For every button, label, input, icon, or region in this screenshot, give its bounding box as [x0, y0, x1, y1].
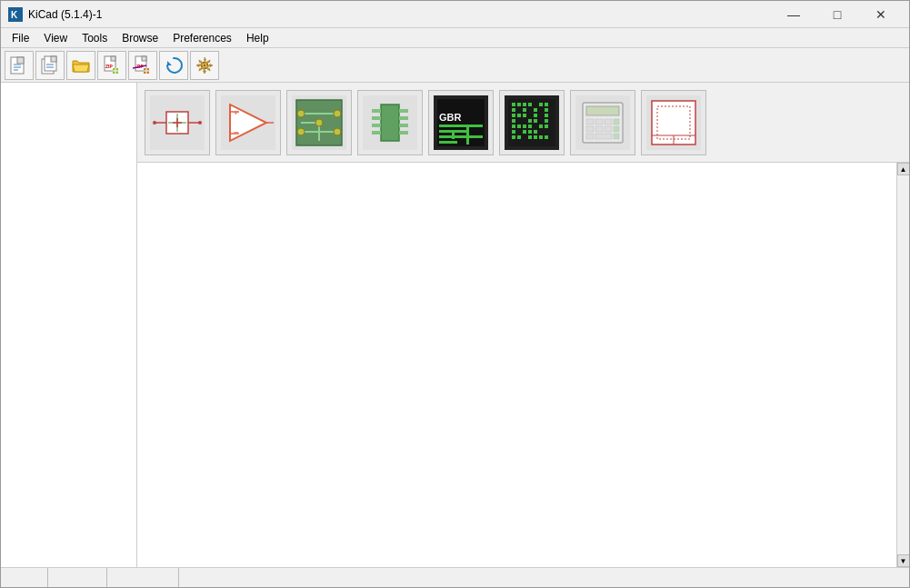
app-icons-bar: + −: [137, 83, 909, 163]
svg-rect-73: [466, 125, 469, 145]
svg-text:GBR: GBR: [439, 112, 462, 123]
svg-point-55: [334, 128, 341, 135]
svg-point-54: [297, 128, 305, 135]
zip-extract-button[interactable]: ZIP: [128, 51, 157, 80]
svg-rect-104: [528, 130, 532, 134]
svg-text:K: K: [11, 10, 18, 20]
app-icon: K: [8, 7, 23, 22]
menu-bar: FileViewToolsBrowsePreferencesHelp: [1, 28, 909, 48]
new-project-button[interactable]: [5, 51, 34, 80]
svg-rect-105: [534, 130, 537, 134]
svg-rect-116: [595, 119, 603, 125]
svg-rect-110: [539, 135, 543, 139]
footprint-editor-button[interactable]: [357, 90, 423, 155]
window-controls: — □ ✕: [773, 1, 902, 28]
menu-item-help[interactable]: Help: [239, 28, 276, 48]
svg-rect-72: [439, 141, 457, 144]
svg-rect-59: [372, 116, 381, 120]
symbol-editor-button[interactable]: + −: [215, 90, 281, 155]
content-area: ▲ ▼: [137, 163, 909, 567]
svg-rect-71: [439, 135, 483, 138]
close-button[interactable]: ✕: [860, 1, 902, 28]
svg-rect-18: [142, 56, 146, 61]
svg-rect-125: [614, 134, 619, 139]
zip-archive-button[interactable]: ZIP: [97, 51, 126, 80]
svg-rect-109: [534, 135, 537, 139]
menu-item-preferences[interactable]: Preferences: [165, 28, 239, 48]
svg-rect-101: [545, 125, 548, 128]
refresh-button[interactable]: [159, 51, 188, 80]
bitmap-converter-button[interactable]: [499, 90, 565, 155]
page-layout-editor-button[interactable]: [641, 90, 706, 155]
window-title: KiCad (5.1.4)-1: [28, 8, 773, 21]
svg-rect-96: [512, 125, 515, 128]
svg-rect-93: [528, 119, 532, 123]
svg-rect-58: [372, 109, 381, 113]
calculator-button[interactable]: [570, 90, 635, 155]
svg-rect-64: [399, 124, 408, 127]
svg-rect-121: [605, 126, 612, 132]
svg-rect-57: [381, 105, 399, 141]
project-tree: [1, 83, 137, 567]
open-project-button[interactable]: [66, 51, 95, 80]
svg-rect-123: [586, 134, 594, 139]
menu-item-file[interactable]: File: [5, 28, 36, 48]
svg-point-53: [315, 119, 323, 126]
svg-marker-23: [167, 61, 172, 65]
svg-rect-106: [512, 135, 515, 139]
svg-point-35: [198, 121, 202, 125]
svg-rect-102: [512, 130, 515, 134]
toolbar: ZIP ZIP: [1, 48, 909, 83]
svg-rect-107: [517, 135, 521, 139]
svg-rect-92: [512, 119, 515, 123]
status-section-1: [5, 568, 48, 587]
settings-button[interactable]: [190, 51, 219, 80]
minimize-button[interactable]: —: [773, 1, 815, 28]
scrollbar-right[interactable]: ▲ ▼: [896, 163, 909, 567]
menu-item-browse[interactable]: Browse: [115, 28, 165, 48]
svg-rect-122: [614, 126, 619, 132]
svg-rect-61: [372, 131, 381, 135]
svg-rect-99: [528, 125, 532, 128]
svg-rect-74: [452, 130, 455, 139]
svg-rect-103: [523, 130, 526, 134]
svg-rect-69: [439, 125, 483, 127]
schematic-editor-button[interactable]: [145, 90, 210, 155]
svg-rect-117: [605, 119, 612, 125]
new-from-template-button[interactable]: [35, 51, 65, 80]
svg-rect-119: [586, 126, 594, 132]
svg-rect-108: [528, 135, 532, 139]
svg-rect-13: [111, 56, 115, 61]
menu-item-view[interactable]: View: [36, 28, 75, 48]
svg-rect-120: [595, 126, 603, 132]
svg-rect-3: [17, 57, 24, 64]
scroll-down-arrow[interactable]: ▼: [897, 554, 910, 567]
svg-rect-67: [437, 99, 485, 146]
right-panel: + −: [137, 83, 909, 567]
svg-rect-91: [545, 114, 548, 117]
svg-rect-97: [517, 125, 521, 128]
svg-rect-124: [595, 134, 612, 139]
status-section-2: [48, 568, 108, 587]
svg-text:ZIP: ZIP: [105, 64, 113, 69]
svg-rect-81: [539, 103, 543, 106]
svg-rect-9: [51, 56, 56, 62]
svg-rect-77: [512, 103, 515, 106]
svg-rect-118: [614, 119, 619, 125]
svg-text:−: −: [234, 127, 239, 137]
svg-point-34: [153, 121, 156, 125]
maximize-button[interactable]: □: [816, 1, 858, 28]
scroll-up-arrow[interactable]: ▲: [897, 163, 910, 175]
svg-rect-111: [545, 135, 548, 139]
svg-rect-98: [523, 125, 526, 128]
menu-item-tools[interactable]: Tools: [75, 28, 115, 48]
svg-rect-83: [512, 108, 515, 112]
svg-rect-62: [399, 109, 408, 113]
svg-rect-85: [534, 108, 537, 112]
svg-rect-78: [517, 103, 521, 106]
app-window: K KiCad (5.1.4)-1 — □ ✕ FileViewToolsBro…: [0, 0, 910, 588]
pcb-editor-button[interactable]: [286, 90, 352, 155]
status-section-3: [107, 568, 178, 587]
gerber-viewer-button[interactable]: GBR: [428, 90, 494, 155]
svg-rect-89: [523, 114, 526, 117]
